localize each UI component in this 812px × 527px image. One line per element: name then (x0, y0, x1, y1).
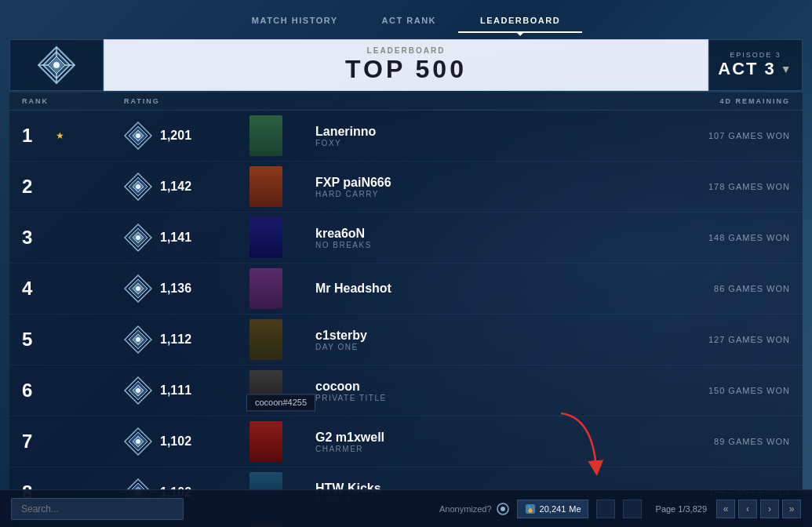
rating-number: 1,142 (160, 180, 191, 194)
prev-prev-button[interactable]: « (716, 500, 735, 518)
rating-number: 1,201 (160, 129, 191, 143)
anonymized-toggle-icon[interactable] (497, 503, 509, 515)
rating-cell: 1,136 (124, 274, 249, 303)
rank-number: 2 (22, 176, 49, 198)
tab-act-rank[interactable]: ACT RANK (360, 9, 458, 33)
player-card (249, 217, 282, 258)
rank-badge-icon (124, 173, 152, 201)
col-empty (249, 97, 304, 105)
games-won: 89 GAMES WON (665, 437, 790, 446)
page-spacer-2 (623, 500, 642, 518)
search-input[interactable] (11, 498, 184, 520)
rating-number: 1,136 (160, 282, 191, 296)
player-name[interactable]: krea6oN (315, 227, 665, 241)
rating-cell: 1,141 (124, 224, 249, 252)
rank-cell: 7 (22, 431, 124, 452)
rating-number: 1,102 (160, 434, 191, 449)
table-header: RANK RATING 4D REMAINING (9, 93, 803, 111)
rank-number: 6 (22, 380, 49, 402)
player-tag: NO BREAKS (315, 241, 665, 249)
rank-number: 1 (22, 125, 49, 147)
episode-label: EPISODE 3 (730, 51, 781, 59)
player-name[interactable]: cocoon (315, 380, 665, 394)
rank-cell: 6 (22, 380, 124, 402)
player-info: cocoon PRIVATE TITLE cocoon#4255 (315, 380, 665, 402)
rating-number: 1,141 (160, 231, 191, 245)
table-body: 1 ★ 1,201 Lanerinno FOXY 107 GAMES WON 2 (9, 111, 803, 527)
player-card (249, 319, 282, 360)
episode-box[interactable]: EPISODE 3 ACT 3 ▼ (708, 39, 803, 91)
page-spacer-1 (596, 500, 615, 518)
player-name[interactable]: Lanerinno (315, 125, 665, 139)
player-info: FXP paiN666 HARD CARRY (315, 176, 665, 198)
logo-box (9, 39, 104, 91)
games-won: 150 GAMES WON (665, 386, 790, 395)
medal-count: 20,241 (540, 504, 566, 514)
svg-point-11 (136, 133, 140, 138)
footer-right: Anonymized? 🏅 20,241 Me Page 1/3,829 « ‹… (439, 500, 801, 518)
svg-point-23 (136, 286, 140, 291)
svg-point-27 (136, 337, 140, 342)
player-info: Mr Headshot (315, 282, 665, 296)
tab-leaderboard[interactable]: LEADERBOARD (458, 9, 582, 33)
navigation-tabs: MATCH HISTORY ACT RANK LEADERBOARD (0, 0, 812, 33)
table-row[interactable]: 6 1,111 cocoon PRIVATE TITLE cocoon#4255… (9, 365, 803, 416)
rank-badge-icon (124, 122, 152, 150)
games-won: 148 GAMES WON (665, 233, 790, 242)
table-row[interactable]: 5 1,112 c1sterby DAY ONE 127 GAMES WON (9, 314, 803, 365)
player-name[interactable]: c1sterby (315, 329, 665, 343)
rank-cell: 5 (22, 329, 124, 351)
col-rank: RANK (22, 97, 124, 105)
medal-icon: 🏅 (524, 503, 537, 515)
table-row[interactable]: 7 1,102 G2 m1xwell CHARMER 89 GAMES WON (9, 416, 803, 467)
table-row[interactable]: 3 1,141 krea6oN NO BREAKS 148 GAMES WON (9, 213, 803, 264)
title-box: LEADERBOARD TOP 500 (104, 39, 708, 91)
col-rating: RATING (124, 97, 249, 105)
tab-match-history[interactable]: MATCH HISTORY (230, 9, 360, 33)
rating-cell: 1,201 (124, 122, 249, 150)
table-row[interactable]: 4 1,136 Mr Headshot 86 GAMES WON (9, 264, 803, 314)
player-tag: FOXY (315, 139, 665, 147)
col-name (304, 97, 665, 105)
rank-badge-icon (124, 224, 152, 252)
games-won: 107 GAMES WON (665, 131, 790, 140)
next-next-button[interactable]: » (782, 500, 801, 518)
star-icon: ★ (56, 130, 64, 141)
next-button[interactable]: › (760, 500, 779, 518)
rank-badge-icon (124, 376, 152, 405)
svg-point-19 (136, 235, 140, 240)
rating-number: 1,111 (160, 383, 191, 398)
player-name[interactable]: G2 m1xwell (315, 431, 665, 445)
svg-point-15 (136, 184, 140, 189)
rating-cell: 1,111 (124, 376, 249, 405)
episode-act: ACT 3 ▼ (718, 59, 792, 79)
rank-cell: 3 (22, 227, 124, 249)
rank-number: 4 (22, 278, 49, 300)
player-name[interactable]: Mr Headshot (315, 282, 665, 296)
player-name[interactable]: FXP paiN666 (315, 176, 665, 190)
player-card (249, 268, 282, 309)
svg-point-45 (501, 507, 505, 511)
rank-number: 3 (22, 227, 49, 249)
main-container: LEADERBOARD TOP 500 EPISODE 3 ACT 3 ▼ RA… (9, 39, 803, 527)
player-tag: PRIVATE TITLE (315, 394, 665, 402)
rank-badge-icon (124, 427, 152, 456)
medal-badge: 🏅 20,241 Me (517, 500, 588, 518)
page-info: Page 1/3,829 (650, 504, 713, 514)
games-won: 86 GAMES WON (665, 284, 790, 293)
title-main: TOP 500 (345, 55, 467, 84)
rating-number: 1,112 (160, 333, 191, 347)
page-controls: Page 1/3,829 « ‹ › » (650, 500, 801, 518)
rank-number: 7 (22, 431, 49, 452)
prev-button[interactable]: ‹ (738, 500, 757, 518)
svg-point-35 (136, 439, 140, 444)
table-row[interactable]: 1 ★ 1,201 Lanerinno FOXY 107 GAMES WON (9, 111, 803, 162)
games-won: 178 GAMES WON (665, 182, 790, 191)
title-subtitle: LEADERBOARD (367, 46, 446, 55)
rank-cell: 2 (22, 176, 124, 198)
header-row: LEADERBOARD TOP 500 EPISODE 3 ACT 3 ▼ (9, 39, 803, 91)
player-info: Lanerinno FOXY (315, 125, 665, 147)
table-row[interactable]: 2 1,142 FXP paiN666 HARD CARRY 178 GAMES… (9, 162, 803, 213)
rank-badge-icon (124, 325, 152, 354)
svg-point-3 (53, 62, 60, 68)
